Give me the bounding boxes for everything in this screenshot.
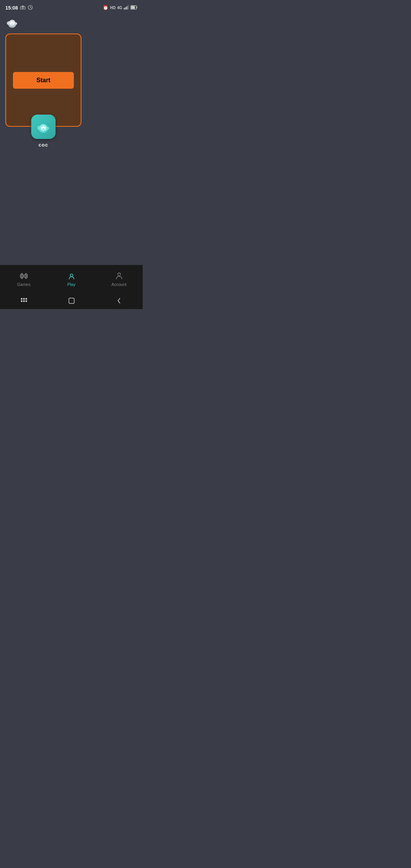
nav-item-play[interactable]: Play bbox=[48, 268, 95, 290]
status-bar: 15:08 ⏰ HD 4G bbox=[0, 0, 143, 14]
svg-point-15 bbox=[10, 22, 11, 24]
game-card: Start bbox=[5, 34, 81, 127]
account-label: Account bbox=[112, 282, 127, 287]
svg-point-38 bbox=[118, 273, 120, 275]
games-label: Games bbox=[17, 282, 30, 287]
svg-rect-5 bbox=[125, 7, 126, 10]
svg-rect-9 bbox=[137, 6, 137, 8]
nav-item-games[interactable]: Games bbox=[0, 268, 48, 290]
svg-point-27 bbox=[44, 127, 46, 129]
start-button[interactable]: Start bbox=[13, 72, 74, 89]
android-nav-bar bbox=[0, 292, 143, 309]
play-label: Play bbox=[67, 282, 75, 287]
app-logo bbox=[5, 15, 19, 29]
main-content: Start coc bbox=[0, 32, 143, 265]
status-time: 15:08 bbox=[5, 5, 18, 11]
svg-point-26 bbox=[43, 126, 44, 128]
back-button[interactable] bbox=[112, 293, 127, 308]
svg-point-18 bbox=[10, 25, 11, 26]
history-status-icon bbox=[28, 5, 33, 11]
4g-label: 4G bbox=[117, 6, 122, 10]
svg-rect-40 bbox=[23, 298, 25, 300]
svg-rect-39 bbox=[21, 298, 22, 300]
svg-rect-44 bbox=[25, 300, 27, 302]
svg-rect-2 bbox=[22, 6, 24, 7]
svg-point-1 bbox=[22, 7, 24, 8]
status-left: 15:08 bbox=[5, 5, 33, 11]
svg-marker-35 bbox=[20, 276, 23, 279]
svg-point-20 bbox=[13, 25, 14, 26]
svg-point-17 bbox=[13, 22, 14, 24]
svg-point-37 bbox=[70, 274, 73, 276]
svg-rect-10 bbox=[131, 6, 135, 9]
signal-icon bbox=[124, 5, 129, 10]
svg-point-25 bbox=[41, 127, 43, 129]
svg-point-16 bbox=[11, 22, 13, 24]
svg-rect-41 bbox=[25, 298, 27, 300]
home-button[interactable] bbox=[64, 293, 79, 308]
svg-rect-45 bbox=[69, 298, 74, 303]
svg-rect-7 bbox=[128, 5, 129, 10]
account-icon bbox=[114, 271, 124, 281]
svg-point-19 bbox=[12, 25, 13, 26]
photo-status-icon bbox=[20, 5, 25, 10]
games-icon bbox=[19, 271, 29, 281]
recent-apps-button[interactable] bbox=[16, 293, 32, 308]
hd-label: HD bbox=[110, 6, 115, 10]
svg-rect-43 bbox=[23, 300, 25, 302]
svg-rect-6 bbox=[126, 6, 127, 10]
game-icon-container[interactable] bbox=[31, 115, 56, 139]
svg-rect-32 bbox=[24, 274, 27, 278]
battery-icon bbox=[131, 5, 137, 10]
svg-rect-42 bbox=[21, 300, 22, 302]
svg-rect-4 bbox=[124, 8, 125, 10]
app-header bbox=[0, 14, 143, 32]
nav-item-account[interactable]: Account bbox=[95, 268, 143, 290]
bottom-nav: Games Play Account bbox=[0, 265, 143, 292]
svg-point-29 bbox=[43, 130, 44, 131]
svg-marker-33 bbox=[20, 273, 23, 276]
status-right: ⏰ HD 4G bbox=[103, 5, 137, 10]
svg-point-30 bbox=[45, 129, 46, 130]
play-icon bbox=[67, 271, 76, 281]
game-card-wrapper: Start coc bbox=[5, 34, 81, 148]
alarm-icon: ⏰ bbox=[103, 5, 108, 10]
game-label: coc bbox=[38, 142, 48, 148]
svg-point-28 bbox=[41, 129, 42, 130]
